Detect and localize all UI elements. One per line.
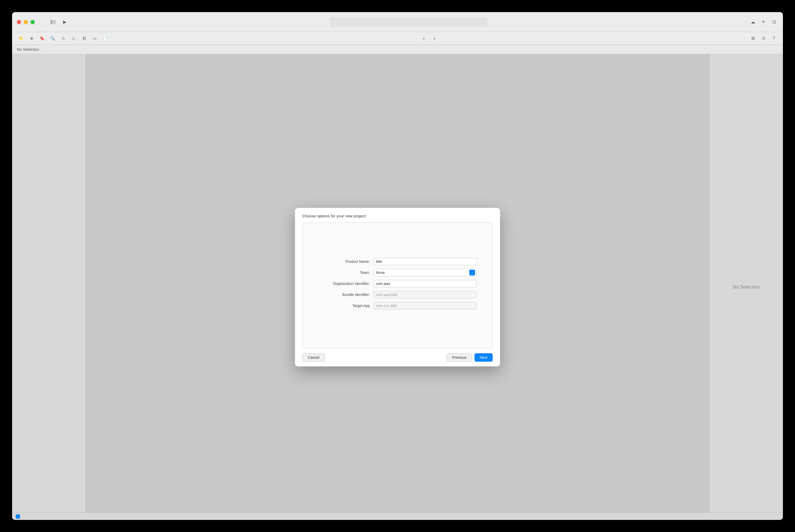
search-bar <box>330 17 488 27</box>
search-icon: 🔍 <box>50 36 55 41</box>
status-indicator <box>16 514 20 518</box>
link-icon: ⛓ <box>82 36 86 40</box>
next-button[interactable]: Next <box>475 353 493 362</box>
bookmark-icon: 🔖 <box>40 36 45 41</box>
app-window: ▶ ☁ + ⊡ 📁 ⊕ 🔖 🔍 <box>12 12 783 520</box>
plus-icon: + <box>762 19 765 25</box>
org-identifier-input[interactable] <box>374 280 477 287</box>
modal-body: Product Name: Team: None Ad <box>295 222 500 348</box>
bundle-identifier-value: com.aaa.bbb <box>374 291 477 298</box>
history-btn[interactable]: ⊙ <box>759 34 768 43</box>
main-area: Choose options for your new project: Pro… <box>12 54 783 520</box>
modal-title: Choose options for your new project: <box>302 214 366 218</box>
folder-icon: 📁 <box>19 36 24 41</box>
no-selection-label: No Selection <box>17 47 39 52</box>
sidebar <box>12 54 86 520</box>
cancel-button[interactable]: Cancel <box>302 353 325 362</box>
maximize-button[interactable] <box>31 20 35 24</box>
product-name-label: Product Name: <box>318 260 374 264</box>
title-bar: ▶ ☁ + ⊡ <box>12 12 783 32</box>
warning-btn[interactable]: ⚠ <box>59 34 67 43</box>
previous-button[interactable]: Previous <box>447 353 472 362</box>
split-view-icon: ⊡ <box>772 19 776 24</box>
doc-btn[interactable]: 📄 <box>101 34 109 43</box>
help-icon: ? <box>773 36 775 41</box>
play-button[interactable]: ▶ <box>60 18 69 26</box>
shape-icon: ◇ <box>72 36 75 41</box>
shape-btn[interactable]: ◇ <box>70 34 78 43</box>
warning-icon: ⚠ <box>61 36 65 41</box>
diff-icon: ⊕ <box>30 36 33 41</box>
target-app-label: Target App <box>318 304 374 308</box>
diff-btn[interactable]: ⊕ <box>27 34 36 43</box>
history-icon: ⊙ <box>762 36 765 41</box>
search-btn[interactable]: 🔍 <box>49 34 57 43</box>
play-icon: ▶ <box>63 19 66 24</box>
footer-right: Previous Next <box>447 353 493 362</box>
new-project-modal: Choose options for your new project: Pro… <box>295 208 500 366</box>
team-row: Team: None Add an Account... ⌄ <box>318 269 477 276</box>
sidebar-toggle-button[interactable] <box>49 18 57 26</box>
modal-header: Choose options for your new project: <box>295 208 500 222</box>
cloud-button[interactable]: ☁ <box>749 18 757 26</box>
team-label: Team: <box>318 270 374 275</box>
close-button[interactable] <box>17 20 21 24</box>
status-bar <box>12 513 783 520</box>
modal-footer: Cancel Previous Next <box>295 348 500 366</box>
right-panel: No Selection <box>709 54 783 520</box>
right-panel-no-selection: No Selection <box>733 284 759 290</box>
inspector-toggle-btn[interactable]: ⊞ <box>749 34 757 43</box>
inspector-icon: ⊞ <box>751 36 755 41</box>
modal-overlay: Choose options for your new project: Pro… <box>86 54 709 520</box>
box-icon: ▭ <box>93 36 96 41</box>
traffic-lights <box>17 20 35 24</box>
svg-rect-0 <box>51 20 52 24</box>
search-bar-container <box>72 17 745 27</box>
toolbar-right: ☁ + ⊡ <box>749 18 778 26</box>
content-area: Choose options for your new project: Pro… <box>86 54 709 520</box>
team-select-wrapper: None Add an Account... ⌄ <box>374 269 477 276</box>
org-identifier-row: Organization Identifier: <box>318 280 477 287</box>
minimize-button[interactable] <box>24 20 28 24</box>
nav-forward-btn[interactable]: › <box>430 34 438 43</box>
doc-icon: 📄 <box>103 36 108 41</box>
link-btn[interactable]: ⛓ <box>80 34 88 43</box>
box-btn[interactable]: ▭ <box>91 34 99 43</box>
no-selection-bar: No Selection <box>12 45 783 54</box>
target-app-value: com.ccc.ddd <box>374 302 477 309</box>
nav-back-btn[interactable]: ‹ <box>420 34 428 43</box>
bundle-identifier-label: Bundle Identifier: <box>318 292 374 297</box>
target-app-row: Target App com.ccc.ddd <box>318 302 477 309</box>
bookmark-btn[interactable]: 🔖 <box>38 34 46 43</box>
chevron-left-icon: ‹ <box>423 35 425 41</box>
add-button[interactable]: + <box>759 18 768 26</box>
secondary-toolbar: 📁 ⊕ 🔖 🔍 ⚠ ◇ ⛓ ▭ 📄 ‹ › <box>12 32 783 45</box>
product-name-row: Product Name: <box>318 258 477 265</box>
chevron-right-icon: › <box>434 35 435 41</box>
modal-form-area: Product Name: Team: None Ad <box>302 222 493 348</box>
form-fields: Product Name: Team: None Ad <box>303 258 492 313</box>
folder-icon-btn[interactable]: 📁 <box>17 34 25 43</box>
team-select[interactable]: None Add an Account... <box>374 269 477 276</box>
cloud-icon: ☁ <box>751 19 755 24</box>
svg-rect-1 <box>53 20 56 24</box>
org-identifier-label: Organization Identifier: <box>318 282 374 286</box>
product-name-input[interactable] <box>374 258 477 265</box>
bundle-identifier-row: Bundle Identifier: com.aaa.bbb <box>318 291 477 298</box>
help-btn[interactable]: ? <box>770 34 778 43</box>
split-view-button[interactable]: ⊡ <box>770 18 778 26</box>
